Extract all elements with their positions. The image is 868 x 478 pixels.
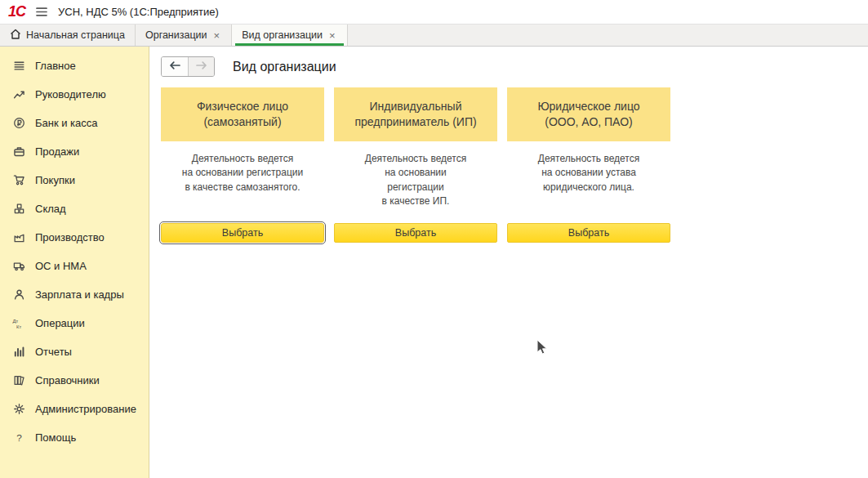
tab-home[interactable]: Начальная страница — [0, 25, 136, 46]
sidebar-item-label: Помощь — [35, 431, 76, 444]
content-area: Главное Руководителю Банк и касса Продаж… — [0, 47, 868, 478]
sidebar-item-label: Производство — [35, 231, 105, 243]
sidebar-item-label: Администрирование — [35, 403, 136, 415]
card-header: Юридическое лицо (ООО, АО, ПАО) — [507, 87, 670, 141]
select-legal-entity-button[interactable]: Выбрать — [507, 223, 670, 243]
sidebar-item-label: Покупки — [35, 174, 75, 186]
gear-icon — [11, 403, 26, 415]
sidebar: Главное Руководителю Банк и касса Продаж… — [0, 47, 149, 478]
nav-forward-button[interactable] — [188, 57, 214, 76]
trend-chart-icon — [11, 88, 26, 101]
card-header: Физическое лицо (самозанятый) — [161, 87, 324, 141]
window-title: УСН, НДС 5% (1С:Предприятие) — [58, 6, 219, 18]
truck-icon — [11, 260, 26, 272]
boxes-icon — [11, 203, 26, 215]
sidebar-item-os-i-nma[interactable]: ОС и НМА — [0, 252, 149, 280]
page-title: Вид организации — [233, 60, 336, 74]
sidebar-item-label: Руководителю — [35, 88, 106, 101]
sidebar-item-label: Отчеты — [35, 346, 72, 358]
sidebar-item-pomosch[interactable]: ? Помощь — [0, 423, 149, 452]
card-description: Деятельность ведется на основании регист… — [161, 141, 324, 223]
close-tab-icon[interactable]: × — [212, 29, 222, 42]
dt-kt-icon: ДтКт — [11, 317, 26, 329]
sidebar-item-administrirovanie[interactable]: Администрирование — [0, 395, 149, 423]
tab-label: Начальная страница — [26, 29, 125, 41]
sidebar-item-proizvodstvo[interactable]: Производство — [0, 223, 149, 252]
history-nav-group — [161, 56, 215, 77]
tab-organizations[interactable]: Организации × — [136, 25, 232, 46]
sidebar-item-bank-i-kassa[interactable]: Банк и касса — [0, 109, 149, 137]
arrow-right-icon — [195, 60, 208, 73]
card-header: Индивидуальный предприниматель (ИП) — [334, 87, 497, 141]
sidebar-item-label: Зарплата и кадры — [35, 288, 124, 301]
person-icon — [11, 288, 26, 301]
sidebar-item-label: ОС и НМА — [35, 260, 87, 272]
factory-icon — [11, 231, 26, 243]
select-selfemployed-button[interactable]: Выбрать — [161, 223, 324, 243]
sidebar-item-glavnoe[interactable]: Главное — [0, 51, 149, 80]
organization-type-cards: Физическое лицо (самозанятый) Деятельнос… — [161, 87, 857, 243]
nav-back-button[interactable] — [162, 57, 188, 76]
1c-logo: 1С — [8, 3, 25, 20]
tab-label: Организации — [145, 29, 207, 41]
sidebar-item-zarplata-i-kadry[interactable]: Зарплата и кадры — [0, 280, 149, 309]
sidebar-item-label: Справочники — [35, 374, 100, 386]
books-icon — [11, 374, 26, 386]
tab-organization-type[interactable]: Вид организации × — [232, 25, 348, 46]
sidebar-item-label: Операции — [35, 317, 85, 329]
bar-chart-icon — [11, 346, 26, 358]
briefcase-icon — [11, 145, 26, 158]
shopping-cart-icon — [11, 174, 26, 186]
sidebar-item-label: Главное — [35, 60, 76, 72]
close-tab-icon[interactable]: × — [327, 29, 337, 42]
question-icon: ? — [11, 431, 26, 444]
ruble-circle-icon — [11, 117, 26, 129]
sidebar-item-otchety[interactable]: Отчеты — [0, 337, 149, 366]
card-legal-entity: Юридическое лицо (ООО, АО, ПАО) Деятельн… — [507, 87, 670, 243]
sidebar-item-rukovoditelyu[interactable]: Руководителю — [0, 80, 149, 109]
card-description: Деятельность ведется на основании устава… — [507, 141, 670, 223]
sidebar-item-spravochniki[interactable]: Справочники — [0, 366, 149, 395]
main-menu-icon[interactable] — [35, 7, 48, 17]
card-individual-selfemployed: Физическое лицо (самозанятый) Деятельнос… — [161, 87, 324, 243]
card-description: Деятельность ведется на основании регист… — [334, 141, 497, 223]
tabbar: Начальная страница Организации × Вид орг… — [0, 25, 868, 47]
sidebar-item-label: Продажи — [35, 145, 79, 158]
titlebar: 1С УСН, НДС 5% (1С:Предприятие) — [0, 0, 868, 25]
svg-text:?: ? — [16, 432, 22, 443]
card-entrepreneur-ip: Индивидуальный предприниматель (ИП) Деят… — [334, 87, 497, 243]
arrow-left-icon — [168, 60, 181, 73]
sidebar-item-sklad[interactable]: Склад — [0, 194, 149, 223]
select-ip-button[interactable]: Выбрать — [334, 223, 497, 243]
menu-lines-icon — [11, 60, 26, 72]
home-icon — [10, 29, 21, 42]
sidebar-item-pokupki[interactable]: Покупки — [0, 166, 149, 194]
sidebar-item-label: Склад — [35, 203, 66, 215]
svg-text:Кт: Кт — [16, 324, 21, 329]
sidebar-item-prodazhi[interactable]: Продажи — [0, 137, 149, 166]
main-header: Вид организации — [161, 56, 857, 77]
tab-label: Вид организации — [242, 29, 323, 41]
app-window: 1С УСН, НДС 5% (1С:Предприятие) Начальна… — [0, 0, 868, 478]
sidebar-item-label: Банк и касса — [35, 117, 98, 129]
svg-text:Дт: Дт — [13, 319, 19, 324]
main-panel: Вид организации Физическое лицо (самозан… — [149, 47, 868, 478]
sidebar-item-operatsii[interactable]: ДтКт Операции — [0, 309, 149, 337]
